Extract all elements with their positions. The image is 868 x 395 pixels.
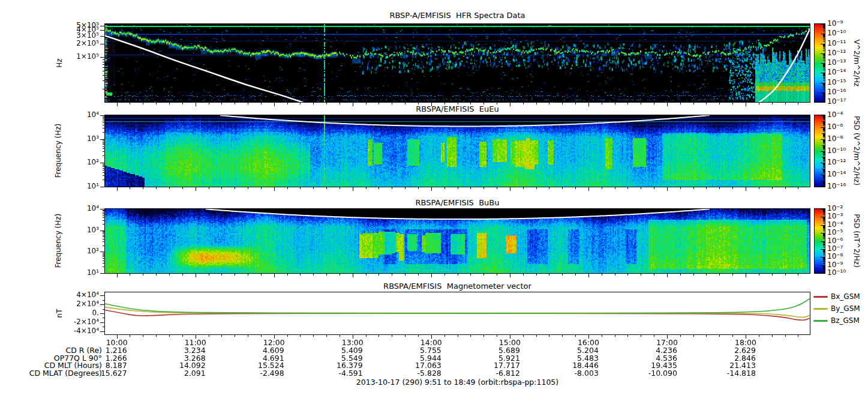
y-tick-mark xyxy=(100,273,105,274)
x-tick-mark xyxy=(549,187,549,189)
x-tick-mark xyxy=(798,187,798,189)
colorbar-minor-tick xyxy=(823,171,825,172)
y-minor-tick xyxy=(103,170,105,170)
colorbar-minor-tick xyxy=(823,179,825,179)
x-tick-mark xyxy=(392,103,392,104)
colorbar-tick-label: 10⁻¹⁷ xyxy=(827,97,846,106)
colorbar-minor-tick xyxy=(823,47,825,48)
x-tick-mark xyxy=(300,335,301,337)
x-tick-mark xyxy=(300,103,301,104)
y-minor-tick xyxy=(103,237,105,237)
y-minor-tick xyxy=(103,235,105,236)
colorbar-tick-label: 10⁻¹⁶ xyxy=(827,88,846,96)
x-tick-mark xyxy=(444,187,445,189)
x-tick-mark xyxy=(353,187,353,191)
x-tick-mark xyxy=(196,103,196,106)
colorbar-minor-tick xyxy=(823,76,825,76)
x-tick-mark xyxy=(130,187,130,189)
x-tick-mark xyxy=(379,187,379,189)
x-tick-mark xyxy=(575,187,576,189)
colorbar-minor-tick xyxy=(823,241,825,242)
colorbar-minor-tick xyxy=(823,97,825,98)
x-tick-mark xyxy=(196,274,196,277)
x-tick-mark xyxy=(641,103,641,104)
y-minor-tick xyxy=(103,211,105,211)
y-minor-tick xyxy=(103,151,105,152)
buBu-y-axis-label: Frequency (Hz) xyxy=(54,214,62,268)
colorbar-minor-tick xyxy=(823,235,825,236)
buBu-spectrogram-canvas xyxy=(104,208,810,274)
colorbar-minor-tick xyxy=(823,119,825,120)
y-minor-tick xyxy=(103,267,105,267)
colorbar-minor-tick xyxy=(823,268,825,268)
colorbar-minor-tick xyxy=(823,53,825,54)
x-tick-mark xyxy=(353,274,353,277)
x-tick-mark xyxy=(130,103,130,104)
y-minor-tick xyxy=(103,241,105,242)
x-tick-mark xyxy=(209,187,209,189)
x-tick-mark xyxy=(667,274,668,277)
x-tick-mark xyxy=(588,187,589,191)
x-tick-mark xyxy=(536,103,537,104)
colorbar-minor-tick xyxy=(823,227,825,228)
y-minor-tick xyxy=(103,128,105,128)
y-minor-tick xyxy=(103,213,105,213)
colorbar-minor-tick xyxy=(823,178,825,178)
x-tick-mark xyxy=(431,274,432,277)
x-tick-mark xyxy=(458,187,458,189)
colorbar-minor-tick xyxy=(823,177,825,178)
by-legend-label: By_GSM xyxy=(831,304,860,313)
table-cell: -5.828 xyxy=(394,369,441,378)
colorbar-minor-tick xyxy=(823,95,825,96)
x-tick-mark xyxy=(706,335,707,337)
colorbar-minor-tick xyxy=(823,223,825,223)
colorbar-minor-tick xyxy=(823,80,825,80)
x-tick-mark xyxy=(287,335,288,337)
x-tick-mark xyxy=(300,274,301,276)
y-minor-tick xyxy=(103,62,105,62)
x-tick-mark xyxy=(470,103,471,104)
y-minor-tick xyxy=(103,121,105,121)
x-tick-mark xyxy=(169,274,170,276)
x-tick-mark xyxy=(143,274,143,276)
colorbar-tick-label: 10⁻⁸ xyxy=(827,252,843,261)
colorbar-minor-tick xyxy=(823,31,825,31)
x-tick-mark xyxy=(379,274,379,276)
x-tick-mark xyxy=(117,103,118,106)
colorbar-minor-tick xyxy=(823,137,825,138)
colorbar-minor-tick xyxy=(823,55,825,56)
y-minor-tick xyxy=(103,144,105,145)
x-tick-mark xyxy=(641,187,641,189)
colorbar-tick-label: 10⁻² xyxy=(827,204,843,213)
x-tick-mark xyxy=(641,274,641,276)
x-tick-mark xyxy=(667,103,668,106)
x-tick-mark xyxy=(209,274,209,276)
x-tick-mark xyxy=(379,335,379,337)
colorbar-tick-mark xyxy=(821,101,825,102)
colorbar-minor-tick xyxy=(823,136,825,136)
colorbar-minor-tick xyxy=(823,263,825,264)
colorbar-minor-tick xyxy=(823,244,825,244)
colorbar-minor-tick xyxy=(823,238,825,239)
colorbar-minor-tick xyxy=(823,245,825,246)
colorbar-minor-tick xyxy=(823,211,825,212)
colorbar-minor-tick xyxy=(823,220,825,221)
x-tick-mark xyxy=(772,103,773,104)
x-tick-mark xyxy=(313,103,314,104)
y-tick-label: 10² xyxy=(51,247,99,255)
table-cell: -8.003 xyxy=(551,369,599,378)
x-tick-mark xyxy=(798,103,798,104)
x-tick-mark xyxy=(654,187,654,189)
x-tick-mark xyxy=(588,274,589,277)
x-tick-mark xyxy=(615,103,615,104)
y-minor-tick xyxy=(103,309,105,310)
colorbar-minor-tick xyxy=(823,36,825,37)
x-tick-mark xyxy=(235,274,235,276)
colorbar-minor-tick xyxy=(823,121,825,122)
x-tick-mark xyxy=(418,103,419,104)
x-tick-mark xyxy=(287,274,288,276)
emfisis-summary-plot: RBSP-A/EMFISIS HFR Spectra Data Hz V^2/m… xyxy=(0,0,868,395)
colorbar-minor-tick xyxy=(823,131,825,132)
x-tick-mark xyxy=(313,274,314,276)
y-minor-tick xyxy=(103,214,105,214)
